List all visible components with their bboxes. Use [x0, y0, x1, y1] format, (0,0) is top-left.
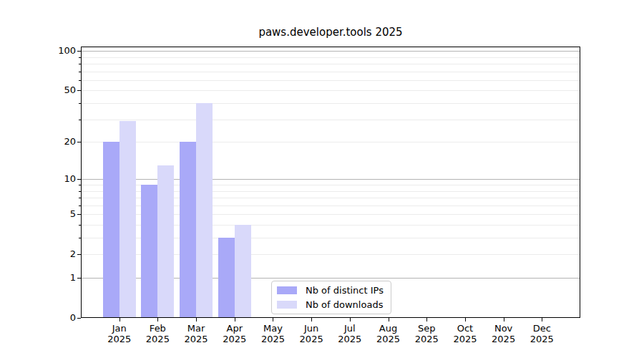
x-tick-month: Feb: [137, 323, 177, 334]
x-tick-month: Jan: [99, 323, 140, 334]
gridline-minor: [81, 90, 580, 91]
bar-downloads-mar: [196, 103, 213, 318]
bar-downloads-jan: [119, 121, 136, 318]
y-tick-mark: [77, 318, 81, 319]
x-tick-mark: [273, 318, 273, 321]
gridline-minor: [81, 72, 580, 72]
x-tick-month: Sep: [406, 323, 447, 334]
x-tick-label-jan: Jan2025: [99, 323, 140, 344]
x-tick-month: Jun: [291, 323, 331, 334]
x-tick-month: Dec: [522, 323, 562, 334]
y-tick-label: 0: [29, 312, 76, 324]
legend-swatch-downloads: [277, 301, 297, 309]
x-tick-year: 2025: [445, 334, 485, 344]
bar-distinct-ips-feb: [141, 185, 157, 318]
bar-distinct-ips-apr: [218, 238, 235, 318]
bar-distinct-ips-jan: [103, 142, 119, 318]
x-tick-mark: [119, 318, 120, 321]
x-tick-year: 2025: [137, 334, 177, 344]
x-tick-label-mar: Mar2025: [176, 323, 216, 344]
x-tick-label-dec: Dec2025: [522, 323, 562, 344]
x-tick-month: Nov: [484, 323, 524, 334]
y-tick-label: 2: [29, 248, 76, 260]
x-tick-month: Oct: [445, 323, 485, 334]
x-tick-mark: [426, 318, 427, 321]
x-tick-month: May: [253, 323, 293, 334]
x-tick-year: 2025: [522, 334, 562, 344]
gridline-minor: [81, 64, 580, 64]
x-tick-label-nov: Nov2025: [484, 323, 524, 344]
x-tick-year: 2025: [484, 334, 524, 344]
x-tick-mark: [465, 318, 466, 321]
y-tick-label: 1: [29, 272, 76, 284]
x-tick-mark: [311, 318, 312, 321]
x-tick-month: Aug: [369, 323, 409, 334]
x-tick-label-jun: Jun2025: [291, 323, 331, 344]
legend-item-downloads: Nb of downloads: [277, 299, 384, 310]
plot-area: [81, 47, 580, 318]
x-tick-mark: [389, 318, 389, 321]
y-tick-label: 20: [29, 136, 76, 147]
x-tick-mark: [157, 318, 158, 321]
x-tick-label-oct: Oct2025: [445, 323, 485, 344]
y-tick-label: 100: [29, 45, 76, 57]
x-tick-label-feb: Feb2025: [137, 323, 177, 344]
gridline-minor: [81, 142, 580, 142]
x-tick-label-sep: Sep2025: [406, 323, 447, 344]
x-tick-mark: [196, 318, 197, 321]
gridline-minor: [81, 120, 580, 120]
bar-distinct-ips-mar: [180, 142, 196, 318]
x-tick-label-aug: Aug2025: [369, 323, 409, 344]
x-tick-year: 2025: [215, 334, 255, 344]
x-tick-label-jul: Jul2025: [330, 323, 370, 344]
gridline-minor: [81, 57, 580, 58]
x-tick-mark: [504, 318, 504, 321]
legend: Nb of distinct IPs Nb of downloads: [271, 281, 391, 314]
gridline-minor: [81, 103, 580, 104]
x-tick-year: 2025: [253, 334, 293, 344]
bar-downloads-feb: [157, 165, 174, 318]
y-tick-label: 5: [29, 208, 76, 220]
x-tick-label-may: May2025: [253, 323, 293, 344]
x-tick-mark: [235, 318, 235, 321]
x-tick-year: 2025: [99, 334, 140, 344]
legend-label-distinct-ips: Nb of distinct IPs: [306, 285, 384, 296]
x-tick-month: Jul: [330, 323, 370, 334]
legend-swatch-distinct-ips: [277, 286, 297, 294]
gridline-minor: [81, 80, 580, 81]
x-tick-month: Apr: [215, 323, 255, 334]
chart-title: paws.developer.tools 2025: [81, 26, 580, 39]
x-tick-year: 2025: [369, 334, 409, 344]
x-tick-year: 2025: [176, 334, 216, 344]
x-tick-year: 2025: [330, 334, 370, 344]
x-tick-year: 2025: [406, 334, 447, 344]
y-tick-label: 10: [29, 173, 76, 185]
gridline-major: [81, 179, 580, 180]
chart-figure: paws.developer.tools 2025 0125102050100 …: [0, 0, 644, 358]
bar-downloads-apr: [235, 225, 251, 318]
x-tick-label-apr: Apr2025: [215, 323, 255, 344]
x-tick-mark: [542, 318, 542, 321]
gridline-major: [81, 51, 580, 52]
x-tick-mark: [350, 318, 351, 321]
y-tick-label: 50: [29, 84, 76, 96]
legend-label-downloads: Nb of downloads: [306, 299, 383, 310]
x-tick-year: 2025: [291, 334, 331, 344]
x-tick-month: Mar: [176, 323, 216, 334]
legend-item-distinct-ips: Nb of distinct IPs: [277, 285, 384, 296]
